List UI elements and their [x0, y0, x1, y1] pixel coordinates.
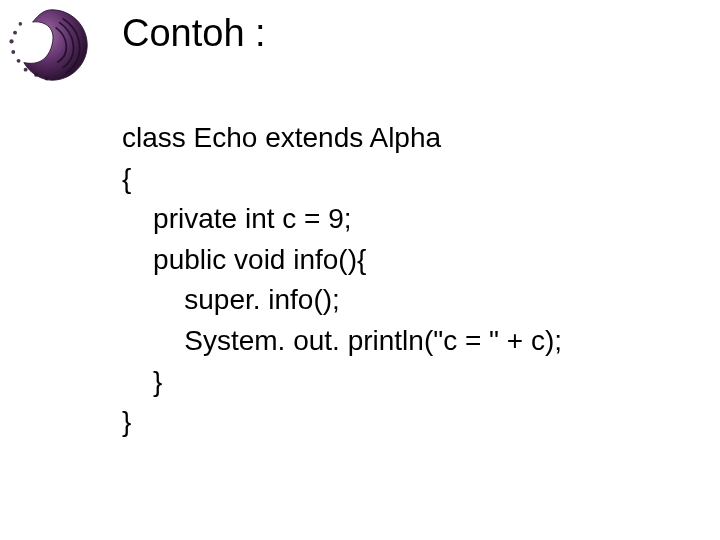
code-line: public void info(){	[122, 244, 366, 275]
code-example: class Echo extends Alpha { private int c…	[122, 118, 562, 443]
code-line: super. info();	[122, 284, 340, 315]
code-line: }	[122, 366, 162, 397]
code-line: }	[122, 406, 131, 437]
slide-title: Contoh :	[122, 12, 266, 55]
code-line: private int c = 9;	[122, 203, 352, 234]
svg-point-5	[34, 73, 38, 77]
svg-point-1	[9, 39, 13, 43]
shell-logo-icon	[8, 6, 96, 84]
svg-point-2	[11, 50, 15, 54]
svg-point-0	[13, 31, 17, 35]
code-line: System. out. println("c = " + c);	[122, 325, 562, 356]
svg-point-3	[17, 59, 21, 63]
svg-point-6	[45, 77, 49, 81]
svg-point-4	[24, 68, 28, 72]
code-line: {	[122, 163, 131, 194]
code-line: class Echo extends Alpha	[122, 122, 441, 153]
svg-point-7	[19, 22, 23, 26]
